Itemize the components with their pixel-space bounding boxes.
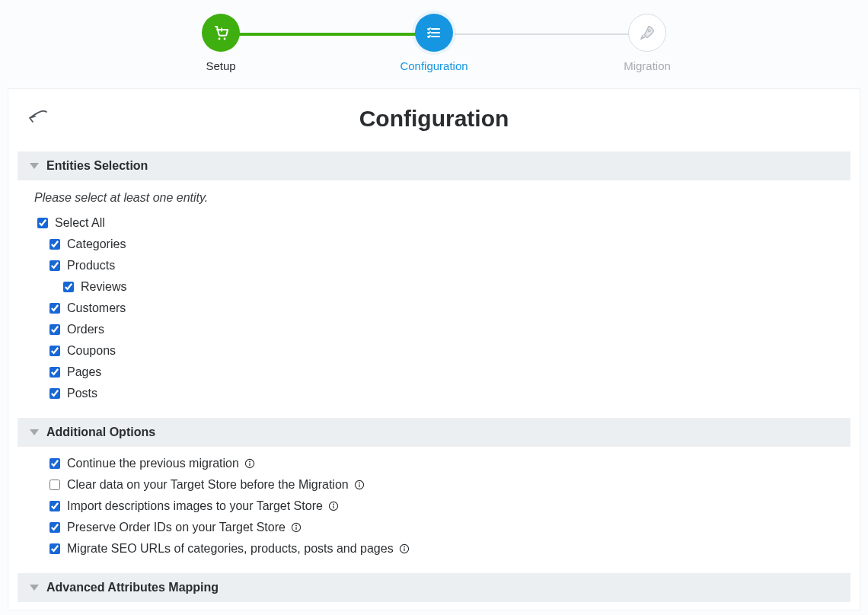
entity-label: Coupons: [67, 344, 116, 358]
checkbox-select-all[interactable]: [37, 218, 48, 228]
svg-rect-11: [333, 505, 333, 508]
option-row[interactable]: Clear data on your Target Store before t…: [46, 474, 834, 496]
options-section: Additional Options Continue the previous…: [8, 418, 860, 559]
options-section-toggle[interactable]: Additional Options: [18, 418, 850, 447]
checkbox[interactable]: [49, 501, 60, 511]
entity-categories[interactable]: Categories: [46, 234, 834, 255]
step-setup[interactable]: Setup: [114, 14, 327, 72]
options-section-title: Additional Options: [46, 425, 155, 439]
entity-coupons[interactable]: Coupons: [46, 340, 834, 362]
advanced-section-title: Advanced Attributes Mapping: [46, 581, 219, 594]
entity-products[interactable]: Products: [46, 255, 834, 276]
svg-point-2: [648, 30, 650, 32]
checkbox[interactable]: [49, 260, 60, 271]
chevron-down-icon: [30, 429, 39, 435]
checkbox[interactable]: [63, 282, 74, 292]
svg-point-7: [359, 483, 360, 484]
svg-point-4: [249, 461, 251, 463]
svg-rect-5: [249, 463, 250, 466]
info-icon[interactable]: [353, 479, 365, 491]
entities-section-title: Entities Selection: [46, 159, 148, 173]
entities-section-toggle[interactable]: Entities Selection: [18, 151, 850, 180]
info-icon[interactable]: [398, 543, 410, 555]
entity-posts[interactable]: Posts: [46, 383, 834, 404]
step-setup-label: Setup: [206, 59, 235, 72]
step-configuration-label: Configuration: [400, 59, 468, 72]
advanced-section: Advanced Attributes Mapping: [8, 573, 860, 602]
checkbox[interactable]: [49, 388, 60, 399]
rocket-icon: [628, 14, 666, 52]
entities-hint: Please select at least one entity.: [34, 191, 834, 205]
entity-orders[interactable]: Orders: [46, 319, 834, 340]
step-configuration[interactable]: Configuration: [327, 14, 541, 72]
entity-label: Select All: [55, 216, 105, 230]
checkbox[interactable]: [49, 458, 60, 469]
checkbox[interactable]: [49, 543, 60, 554]
checkbox[interactable]: [49, 367, 60, 378]
back-button[interactable]: [27, 108, 49, 126]
entity-label: Customers: [67, 301, 126, 315]
option-label: Continue the previous migration: [67, 457, 239, 470]
checkbox[interactable]: [49, 239, 60, 250]
option-row[interactable]: Migrate SEO URLs of categories, products…: [46, 538, 834, 559]
info-icon[interactable]: [244, 457, 256, 470]
svg-point-13: [295, 525, 297, 527]
entity-customers[interactable]: Customers: [46, 298, 834, 319]
list-icon: [415, 14, 453, 52]
option-label: Clear data on your Target Store before t…: [67, 478, 349, 492]
entity-label: Products: [67, 259, 115, 272]
svg-rect-17: [404, 548, 404, 551]
checkbox[interactable]: [49, 522, 60, 533]
step-migration-label: Migration: [624, 59, 671, 72]
option-row[interactable]: Preserve Order IDs on your Target Store: [46, 517, 834, 538]
cart-icon: [202, 14, 240, 52]
checkbox[interactable]: [49, 480, 60, 490]
svg-point-10: [333, 504, 334, 505]
entity-label: Pages: [67, 365, 101, 379]
entity-select-all[interactable]: Select All: [34, 212, 834, 234]
option-label: Migrate SEO URLs of categories, products…: [67, 542, 394, 556]
svg-point-16: [404, 546, 405, 548]
advanced-section-toggle[interactable]: Advanced Attributes Mapping: [18, 573, 850, 602]
step-migration[interactable]: Migration: [541, 14, 754, 72]
option-row[interactable]: Continue the previous migration: [46, 453, 834, 474]
chevron-down-icon: [30, 585, 39, 591]
page-title: Configuration: [49, 103, 819, 132]
entity-label: Posts: [67, 387, 97, 400]
info-icon[interactable]: [327, 500, 340, 512]
entity-label: Reviews: [81, 280, 126, 294]
option-row[interactable]: Import descriptions images to your Targe…: [46, 496, 834, 517]
entity-label: Categories: [67, 237, 126, 251]
info-icon[interactable]: [290, 521, 302, 534]
chevron-down-icon: [30, 163, 39, 169]
option-label: Import descriptions images to your Targe…: [67, 499, 323, 513]
checkbox[interactable]: [49, 303, 60, 314]
svg-rect-14: [295, 527, 296, 530]
svg-point-1: [224, 38, 226, 40]
entity-reviews[interactable]: Reviews: [60, 276, 834, 298]
svg-point-0: [219, 38, 221, 40]
option-label: Preserve Order IDs on your Target Store: [67, 521, 286, 534]
entities-section: Entities Selection Please select at leas…: [8, 151, 860, 404]
configuration-card: Configuration Entities Selection Please …: [8, 88, 860, 610]
entity-label: Orders: [67, 323, 104, 336]
checkbox[interactable]: [49, 324, 60, 335]
checkbox[interactable]: [49, 346, 60, 356]
entity-pages[interactable]: Pages: [46, 362, 834, 383]
svg-rect-8: [359, 484, 359, 487]
stepper: Setup Configuration Migration: [0, 0, 868, 75]
